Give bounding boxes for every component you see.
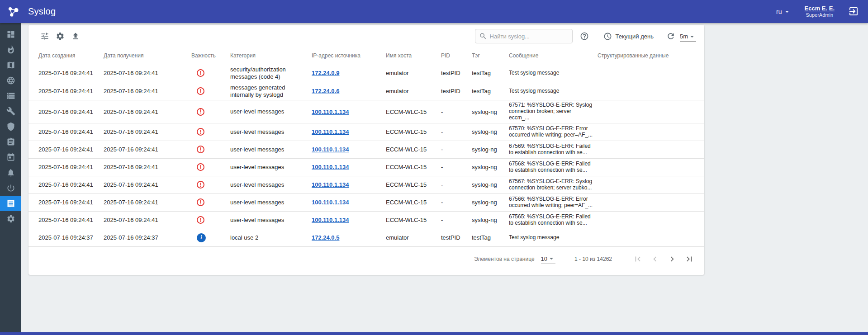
help-button[interactable]	[577, 29, 592, 43]
cell-tag: testTag	[472, 82, 509, 100]
severity-icon: !	[197, 146, 204, 153]
sidebar-item-notifications[interactable]	[0, 165, 21, 180]
refresh-button[interactable]	[664, 29, 678, 43]
clock-icon	[603, 32, 612, 41]
cell-source-ip: 100.110.1.134	[312, 211, 386, 229]
sidebar-item-inventory[interactable]	[0, 88, 21, 104]
source-ip-link[interactable]: 100.110.1.134	[312, 199, 349, 206]
items-per-page-select[interactable]: 10	[541, 254, 555, 264]
cell-tag: syslog-ng	[472, 141, 509, 158]
sidebar-item-calendar[interactable]	[0, 150, 21, 165]
source-ip-link[interactable]: 100.110.1.134	[312, 128, 349, 135]
user-name-link[interactable]: Eccm E. E.	[805, 5, 835, 12]
refresh-interval-select[interactable]: 5m	[680, 31, 696, 42]
period-selector[interactable]: Текущий день	[603, 32, 654, 41]
source-ip-link[interactable]: 100.110.1.134	[312, 217, 349, 223]
chevron-down-icon	[688, 33, 696, 41]
col-source-ip: IP-адрес источника	[312, 47, 386, 64]
source-ip-link[interactable]: 172.24.0.6	[312, 88, 339, 94]
logout-button[interactable]	[848, 6, 860, 18]
sidebar-item-incidents[interactable]	[0, 42, 21, 57]
cell-pid: -	[441, 211, 472, 229]
storage-icon	[6, 91, 15, 100]
sidebar-item-monitoring[interactable]	[0, 180, 21, 196]
sidebar-item-tasks[interactable]	[0, 134, 21, 150]
cell-message: Test syslog message	[509, 229, 598, 246]
toolbar: Текущий день 5m	[28, 25, 704, 47]
table-row[interactable]: 2025-07-16 09:24:41 2025-07-16 09:24:41 …	[28, 211, 704, 229]
sidebar-item-security[interactable]	[0, 119, 21, 134]
filter-sliders-icon	[40, 32, 49, 41]
previous-page-button[interactable]	[649, 253, 661, 265]
table-row[interactable]: 2025-07-16 09:24:41 2025-07-16 09:24:41 …	[28, 100, 704, 123]
cell-structured-data	[598, 141, 704, 158]
cell-hostname: emulator	[386, 64, 441, 82]
language-selector[interactable]: ru	[776, 8, 791, 16]
table-row[interactable]: 2025-07-16 09:24:41 2025-07-16 09:24:41 …	[28, 123, 704, 141]
cell-received: 2025-07-16 09:24:41	[104, 158, 191, 176]
cell-received: 2025-07-16 09:24:41	[104, 193, 191, 211]
table-row[interactable]: 2025-07-16 09:24:41 2025-07-16 09:24:41 …	[28, 82, 704, 100]
table-row[interactable]: 2025-07-16 09:24:41 2025-07-16 09:24:41 …	[28, 141, 704, 158]
gear-icon	[56, 32, 65, 41]
cell-source-ip: 172.24.0.5	[312, 229, 386, 246]
cell-hostname: emulator	[386, 229, 441, 246]
page-title: Syslog	[28, 6, 56, 17]
cell-source-ip: 100.110.1.134	[312, 176, 386, 193]
first-page-button[interactable]	[632, 253, 644, 265]
filter-button[interactable]	[38, 29, 52, 43]
source-ip-link[interactable]: 172.24.0.5	[312, 234, 339, 241]
cell-message: 67565: %SYSLOG-E-ERR: Failed to establis…	[509, 211, 598, 229]
cell-tag: syslog-ng	[472, 100, 509, 123]
sidebar-item-syslog[interactable]	[0, 196, 21, 211]
table-row[interactable]: 2025-07-16 09:24:41 2025-07-16 09:24:41 …	[28, 176, 704, 193]
table-row[interactable]: 2025-07-16 09:24:37 2025-07-16 09:24:37 …	[28, 229, 704, 246]
export-button[interactable]	[68, 29, 83, 43]
cell-source-ip: 100.110.1.134	[312, 141, 386, 158]
table-row[interactable]: 2025-07-16 09:24:41 2025-07-16 09:24:41 …	[28, 158, 704, 176]
cell-severity: !	[191, 141, 230, 158]
language-label: ru	[776, 8, 782, 15]
source-ip-link[interactable]: 100.110.1.134	[312, 109, 349, 115]
source-ip-link[interactable]: 100.110.1.134	[312, 146, 349, 153]
table-row[interactable]: 2025-07-16 09:24:41 2025-07-16 09:24:41 …	[28, 193, 704, 211]
last-page-button[interactable]	[683, 253, 695, 265]
table-row[interactable]: 2025-07-16 09:24:41 2025-07-16 09:24:41 …	[28, 64, 704, 82]
search-input[interactable]	[487, 33, 569, 40]
severity-icon: !	[197, 128, 204, 136]
severity-icon: !	[197, 181, 204, 189]
cell-severity: !	[191, 211, 230, 229]
sidebar-item-network[interactable]	[0, 73, 21, 88]
calendar-icon	[6, 153, 15, 162]
pager	[632, 253, 695, 265]
upload-icon	[71, 32, 80, 41]
cell-hostname: emulator	[386, 82, 441, 100]
globe-icon	[6, 76, 15, 85]
cell-tag: syslog-ng	[472, 211, 509, 229]
chevron-left-icon	[650, 254, 660, 264]
next-page-button[interactable]	[666, 253, 678, 265]
source-ip-link[interactable]: 100.110.1.134	[312, 164, 349, 170]
sidebar-item-dashboard[interactable]	[0, 27, 21, 42]
cell-pid: -	[441, 123, 472, 141]
sidebar-item-settings[interactable]	[0, 211, 21, 226]
logout-icon	[848, 6, 859, 17]
cell-received: 2025-07-16 09:24:37	[104, 229, 191, 246]
cell-created: 2025-07-16 09:24:41	[28, 176, 104, 193]
col-created: Дата создания	[28, 47, 104, 64]
cell-source-ip: 100.110.1.134	[312, 100, 386, 123]
cell-tag: syslog-ng	[472, 176, 509, 193]
cell-message: 67570: %SYSLOG-E-ERR: Error occurred whi…	[509, 123, 598, 141]
cell-source-ip: 100.110.1.134	[312, 158, 386, 176]
source-ip-link[interactable]: 172.24.0.9	[312, 70, 339, 76]
table-settings-button[interactable]	[53, 29, 67, 43]
clipboard-icon	[6, 137, 15, 146]
cell-structured-data	[598, 229, 704, 246]
sidebar-items	[0, 23, 21, 226]
source-ip-link[interactable]: 100.110.1.134	[312, 181, 349, 188]
col-severity: Важность	[191, 47, 230, 64]
sidebar-item-maps[interactable]	[0, 57, 21, 73]
sidebar-item-tools[interactable]	[0, 104, 21, 119]
cell-pid: testPID	[441, 229, 472, 246]
search-icon	[479, 32, 487, 40]
